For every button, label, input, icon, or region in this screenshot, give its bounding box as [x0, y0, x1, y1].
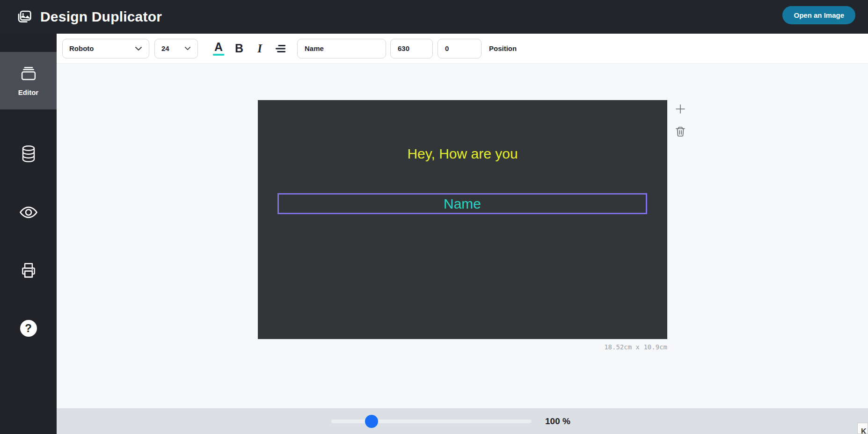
- sidebar-item-editor-label: Editor: [18, 88, 38, 96]
- font-size-value: 24: [161, 44, 169, 52]
- canvas-name-field[interactable]: Name: [277, 193, 647, 214]
- design-canvas[interactable]: Hey, How are you Name: [258, 100, 667, 339]
- font-color-button[interactable]: A: [208, 38, 229, 59]
- sidebar-item-print[interactable]: [0, 256, 57, 284]
- app-header: Design Duplicator Open an Image: [0, 0, 868, 34]
- cards-stack-icon: [19, 65, 38, 82]
- zoom-bar: 100 %: [57, 408, 868, 434]
- font-color-label: A: [213, 41, 224, 56]
- zoom-slider[interactable]: [331, 420, 532, 423]
- chevron-down-icon: [184, 46, 191, 51]
- align-right-icon: [274, 43, 286, 54]
- delete-element-button[interactable]: [671, 122, 690, 141]
- align-right-button[interactable]: [270, 38, 291, 59]
- italic-button[interactable]: I: [249, 38, 270, 59]
- position-x-input[interactable]: [390, 39, 433, 58]
- app-logo-image-icon: [17, 9, 32, 24]
- font-size-select[interactable]: 24: [154, 39, 198, 58]
- eye-icon: [19, 205, 38, 219]
- corner-partial-widget: K: [857, 423, 868, 434]
- add-element-button[interactable]: [671, 100, 690, 118]
- sidebar-item-editor[interactable]: Editor: [0, 52, 57, 109]
- element-name-input[interactable]: [297, 39, 386, 58]
- position-y-input[interactable]: [438, 39, 481, 58]
- sidebar-item-data[interactable]: [0, 140, 57, 168]
- bold-label: B: [235, 42, 243, 55]
- sidebar-item-help[interactable]: ?: [0, 314, 57, 342]
- font-family-value: Roboto: [69, 44, 94, 52]
- canvas-name-field-text: Name: [444, 196, 481, 212]
- text-toolbar: Roboto 24 A B I: [57, 34, 868, 64]
- zoom-slider-thumb[interactable]: [365, 415, 378, 428]
- font-family-select[interactable]: Roboto: [62, 39, 149, 58]
- zoom-level-label: 100 %: [545, 408, 570, 434]
- app-title: Design Duplicator: [40, 9, 162, 25]
- app-window: Design Duplicator Open an Image Editor: [0, 0, 868, 434]
- sidebar: Editor: [0, 34, 57, 434]
- plus-icon: [675, 103, 686, 115]
- bold-button[interactable]: B: [229, 38, 249, 59]
- sidebar-item-preview[interactable]: [0, 198, 57, 226]
- chevron-down-icon: [135, 46, 142, 51]
- canvas-heading-text[interactable]: Hey, How are you: [258, 146, 667, 162]
- italic-label: I: [257, 42, 262, 55]
- workspace: Hey, How are you Name: [57, 64, 868, 408]
- database-icon: [20, 145, 37, 163]
- trash-icon: [675, 126, 686, 137]
- open-image-button[interactable]: Open an Image: [782, 6, 855, 24]
- question-icon: ?: [20, 320, 37, 337]
- canvas-dimensions-label: 18.52cm x 10.9cm: [604, 343, 667, 351]
- position-label: Position: [489, 44, 517, 52]
- canvas-side-tools: [671, 100, 693, 141]
- printer-icon: [20, 261, 37, 279]
